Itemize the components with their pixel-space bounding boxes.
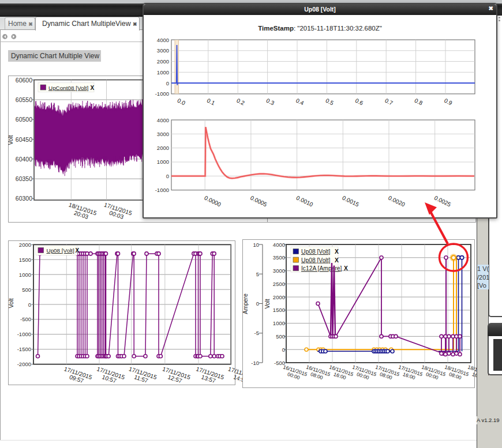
svg-text:0.0010: 0.0010	[295, 194, 314, 208]
svg-text:-1000: -1000	[155, 91, 169, 97]
svg-text:0.8: 0.8	[414, 97, 424, 107]
svg-text:0: 0	[282, 347, 285, 353]
svg-text:60550: 60550	[16, 96, 32, 103]
svg-text:Volt: Volt	[8, 298, 14, 308]
svg-text:0.0000: 0.0000	[203, 194, 222, 208]
svg-text:60350: 60350	[16, 175, 32, 182]
svg-text:60500: 60500	[16, 116, 32, 123]
svg-text:1000: 1000	[19, 272, 31, 278]
svg-text:3000: 3000	[157, 131, 169, 137]
svg-text:1500: 1500	[273, 307, 285, 313]
svg-text:X: X	[344, 265, 348, 272]
svg-text:5: 5	[256, 271, 259, 277]
svg-text:0.0: 0.0	[177, 97, 187, 107]
svg-text:0.5: 0.5	[325, 97, 335, 107]
svg-text:60450: 60450	[16, 136, 32, 143]
svg-text:0.0005: 0.0005	[249, 194, 268, 208]
svg-text:-500: -500	[20, 316, 31, 322]
svg-text:2000: 2000	[19, 242, 31, 248]
svg-text:0.0020: 0.0020	[387, 194, 406, 208]
svg-text:2000: 2000	[157, 145, 169, 151]
svg-text:3000: 3000	[157, 47, 169, 54]
svg-text:0.3: 0.3	[265, 97, 276, 107]
svg-text:4000: 4000	[157, 117, 169, 123]
svg-text:Volt: Volt	[264, 299, 271, 308]
svg-text:0.2: 0.2	[235, 97, 246, 107]
svg-text:X: X	[76, 247, 80, 254]
svg-text:60400: 60400	[16, 156, 32, 163]
svg-text:1000: 1000	[157, 159, 169, 165]
svg-text:2000: 2000	[273, 294, 285, 300]
svg-text:X: X	[335, 257, 339, 263]
svg-text:0: 0	[166, 80, 169, 86]
svg-text:1500: 1500	[19, 257, 31, 263]
svg-text:0.6: 0.6	[354, 97, 365, 107]
svg-text:0: 0	[256, 300, 259, 307]
svg-text:Ampere: Ampere	[242, 293, 249, 314]
svg-text:0.9: 0.9	[443, 97, 454, 107]
svg-text:-2000: -2000	[17, 361, 31, 367]
svg-text:Up08 [Volt]: Up08 [Volt]	[301, 249, 331, 255]
svg-text:-10: -10	[251, 360, 259, 366]
svg-text:0.1: 0.1	[206, 97, 216, 107]
svg-text:-1000: -1000	[155, 187, 169, 193]
svg-text:Ic12A [Ampere]: Ic12A [Ampere]	[301, 265, 342, 272]
svg-text:3500: 3500	[273, 254, 285, 261]
svg-text:10: 10	[253, 242, 259, 248]
svg-text:UpCont08 [Volt]: UpCont08 [Volt]	[48, 85, 88, 91]
svg-text:60600: 60600	[16, 77, 32, 84]
svg-text:0: 0	[166, 173, 169, 179]
svg-text:60300: 60300	[16, 195, 32, 202]
svg-text:3000: 3000	[273, 268, 285, 274]
svg-text:1000: 1000	[273, 320, 285, 326]
svg-text:4000: 4000	[273, 242, 285, 248]
svg-text:2500: 2500	[273, 281, 285, 287]
svg-text:Volt: Volt	[8, 135, 14, 145]
svg-text:Up08 [Volt]: Up08 [Volt]	[301, 257, 331, 263]
svg-text:X: X	[91, 85, 95, 91]
svg-text:0: 0	[28, 302, 31, 308]
svg-text:2000: 2000	[157, 58, 169, 65]
svg-text:Up08 [Volt]: Up08 [Volt]	[47, 247, 75, 254]
svg-text:-5: -5	[254, 330, 259, 336]
svg-text:X: X	[335, 249, 339, 255]
svg-text:1000: 1000	[157, 69, 169, 76]
svg-text:4000: 4000	[157, 37, 169, 43]
svg-text:0.7: 0.7	[384, 97, 394, 107]
svg-text:500: 500	[22, 287, 31, 293]
svg-text:0.0025: 0.0025	[433, 194, 452, 208]
svg-text:-1500: -1500	[17, 346, 31, 352]
svg-text:-1000: -1000	[17, 331, 31, 337]
svg-text:500: 500	[276, 333, 285, 340]
svg-text:0.0015: 0.0015	[341, 194, 360, 208]
svg-text:0.4: 0.4	[295, 97, 305, 107]
